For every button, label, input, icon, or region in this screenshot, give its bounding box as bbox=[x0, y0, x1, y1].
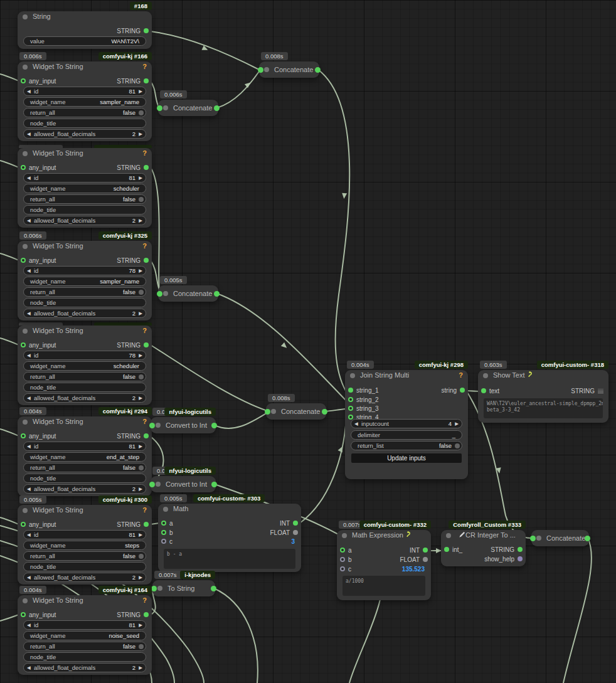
node-convert-to-int-2[interactable]: Convert to Int bbox=[151, 476, 216, 492]
stepper-left-icon[interactable]: ◀ bbox=[27, 485, 31, 493]
stepper-right-icon[interactable]: ▶ bbox=[139, 351, 142, 359]
widget-widget_name[interactable]: widget_namenoise_seed bbox=[23, 631, 146, 640]
help-icon[interactable]: ? bbox=[142, 61, 147, 72]
port-dot-ring-green[interactable] bbox=[340, 548, 345, 553]
collapse-dot-icon[interactable] bbox=[264, 67, 269, 72]
port-dot-ring-gray[interactable] bbox=[340, 557, 345, 562]
widget-id[interactable]: ◀▶id81 bbox=[23, 442, 146, 451]
update-inputs-button[interactable]: Update inputs bbox=[351, 453, 462, 463]
port-dot-ring-green[interactable] bbox=[21, 522, 26, 527]
node-join-string-multi-298[interactable]: Join String Multi?string_1stringstring_2… bbox=[345, 370, 468, 479]
collapse-dot-icon[interactable] bbox=[342, 533, 347, 538]
input-port-dot[interactable] bbox=[149, 423, 155, 428]
toggle-knob-icon[interactable] bbox=[139, 110, 144, 115]
input-port-dot[interactable] bbox=[157, 105, 162, 111]
output-port-dot[interactable] bbox=[211, 586, 216, 591]
collapse-dot-icon[interactable] bbox=[163, 105, 168, 110]
widget-node_title[interactable]: node_title bbox=[23, 652, 146, 662]
node-math-expression-332[interactable]: Math ExpressionaINTbFLOATc135.523a/1000 bbox=[337, 530, 431, 600]
collapse-dot-icon[interactable] bbox=[23, 329, 28, 334]
stepper-right-icon[interactable]: ▶ bbox=[139, 267, 142, 275]
collapse-dot-icon[interactable] bbox=[23, 65, 28, 70]
widget-allowed_float_decimals[interactable]: ◀▶allowed_float_decimals2 bbox=[23, 309, 146, 318]
stepper-left-icon[interactable]: ◀ bbox=[27, 573, 31, 581]
port-dot-green[interactable] bbox=[144, 28, 149, 33]
widget-inputcount[interactable]: ◀▶inputcount4 bbox=[351, 419, 462, 428]
stepper-right-icon[interactable]: ▶ bbox=[139, 87, 142, 95]
widget-node_title[interactable]: node_title bbox=[23, 474, 146, 483]
port-dot-gray[interactable] bbox=[423, 557, 428, 562]
stepper-left-icon[interactable]: ◀ bbox=[27, 174, 31, 182]
stepper-right-icon[interactable]: ▶ bbox=[455, 420, 459, 428]
collapse-dot-icon[interactable] bbox=[23, 598, 28, 603]
widget-allowed_float_decimals[interactable]: ◀▶allowed_float_decimals2 bbox=[23, 129, 146, 139]
widget-id[interactable]: ◀▶id81 bbox=[23, 530, 146, 539]
output-port-dot[interactable] bbox=[211, 423, 217, 428]
collapse-dot-icon[interactable] bbox=[536, 536, 541, 541]
node-cr-integer-333[interactable]: CR Integer To ...int_STRINGshow_help bbox=[441, 530, 526, 566]
node-wts-294[interactable]: Widget To String?any_inputSTRING◀▶id81wi… bbox=[18, 416, 152, 496]
stepper-left-icon[interactable]: ◀ bbox=[27, 309, 31, 317]
toggle-knob-icon[interactable] bbox=[455, 443, 460, 448]
widget-node_title[interactable]: node_title bbox=[23, 383, 146, 392]
stepper-left-icon[interactable]: ◀ bbox=[27, 351, 31, 359]
port-dot-green[interactable] bbox=[144, 522, 149, 527]
input-port-dot[interactable] bbox=[157, 291, 162, 297]
widget-value[interactable]: valueWAN\T2V\ bbox=[23, 36, 146, 46]
stepper-left-icon[interactable]: ◀ bbox=[27, 442, 31, 450]
stepper-left-icon[interactable]: ◀ bbox=[27, 394, 31, 402]
output-port-dot[interactable] bbox=[585, 536, 590, 541]
node-wts-164[interactable]: Widget To String?any_inputSTRING◀▶id81wi… bbox=[18, 595, 152, 675]
input-port-dot[interactable] bbox=[530, 536, 536, 541]
expression-textarea[interactable]: a/1000 bbox=[343, 576, 425, 596]
input-port-dot[interactable] bbox=[265, 409, 270, 415]
port-dot-ring-green[interactable] bbox=[21, 342, 26, 347]
node-wts-166[interactable]: Widget To String?any_inputSTRING◀▶id81wi… bbox=[18, 61, 152, 141]
port-dot-purple[interactable] bbox=[518, 556, 523, 561]
widget-return_list[interactable]: return_listfalse bbox=[351, 441, 462, 450]
output-port-dot[interactable] bbox=[214, 291, 220, 297]
port-dot-green[interactable] bbox=[144, 78, 149, 83]
widget-return_all[interactable]: return_allfalse bbox=[23, 194, 146, 204]
widget-node_title[interactable]: node_title bbox=[23, 205, 146, 214]
port-dot-green[interactable] bbox=[144, 165, 149, 170]
toggle-knob-icon[interactable] bbox=[139, 290, 144, 295]
widget-node_title[interactable]: node_title bbox=[23, 562, 146, 571]
widget-widget_name[interactable]: widget_nameend_at_step bbox=[23, 452, 146, 462]
stepper-right-icon[interactable]: ▶ bbox=[139, 485, 142, 493]
port-dot-green[interactable] bbox=[481, 388, 486, 393]
widget-widget_name[interactable]: widget_namesampler_name bbox=[23, 97, 146, 107]
widget-widget_name[interactable]: widget_namesampler_name bbox=[23, 277, 146, 286]
widget-allowed_float_decimals[interactable]: ◀▶allowed_float_decimals2 bbox=[23, 573, 146, 582]
widget-return_all[interactable]: return_allfalse bbox=[23, 551, 146, 561]
port-dot-gray[interactable] bbox=[293, 530, 298, 535]
port-dot-ring-green[interactable] bbox=[21, 78, 26, 83]
node-show-text-318[interactable]: Show TexttextSTRINGWAN\T2V\euler_ancestr… bbox=[478, 370, 608, 423]
stepper-right-icon[interactable]: ▶ bbox=[139, 130, 142, 138]
expression-textarea[interactable]: WAN\T2V\euler_ancestral-simple_dpmpp_2m-… bbox=[484, 398, 603, 418]
widget-node_title[interactable]: node_title bbox=[23, 119, 146, 128]
widget-allowed_float_decimals[interactable]: ◀▶allowed_float_decimals2 bbox=[23, 216, 146, 225]
stepper-left-icon[interactable]: ◀ bbox=[27, 130, 31, 138]
stepper-left-icon[interactable]: ◀ bbox=[27, 664, 31, 672]
stepper-left-icon[interactable]: ◀ bbox=[27, 267, 31, 275]
output-port-dot[interactable] bbox=[214, 105, 220, 111]
widget-id[interactable]: ◀▶id78 bbox=[23, 266, 146, 275]
toggle-knob-icon[interactable] bbox=[139, 374, 144, 379]
widget-id[interactable]: ◀▶id81 bbox=[23, 620, 146, 630]
widget-widget_name[interactable]: widget_namesteps bbox=[23, 541, 146, 550]
output-port-dot[interactable] bbox=[315, 67, 321, 73]
stepper-right-icon[interactable]: ▶ bbox=[139, 174, 142, 182]
port-dot-ring-green[interactable] bbox=[348, 406, 353, 411]
node-concat-5[interactable]: Concatenate bbox=[531, 530, 589, 546]
toggle-knob-icon[interactable] bbox=[139, 554, 144, 559]
stepper-right-icon[interactable]: ▶ bbox=[139, 216, 142, 225]
output-port-dot[interactable] bbox=[322, 409, 327, 415]
port-dot-green[interactable] bbox=[144, 342, 149, 347]
widget-return_all[interactable]: return_allfalse bbox=[23, 463, 146, 472]
help-icon[interactable]: ? bbox=[142, 595, 147, 606]
widget-id[interactable]: ◀▶id81 bbox=[23, 173, 146, 183]
collapse-dot-icon[interactable] bbox=[23, 151, 28, 156]
widget-id[interactable]: ◀▶id78 bbox=[23, 351, 146, 360]
collapse-dot-icon[interactable] bbox=[163, 291, 168, 296]
